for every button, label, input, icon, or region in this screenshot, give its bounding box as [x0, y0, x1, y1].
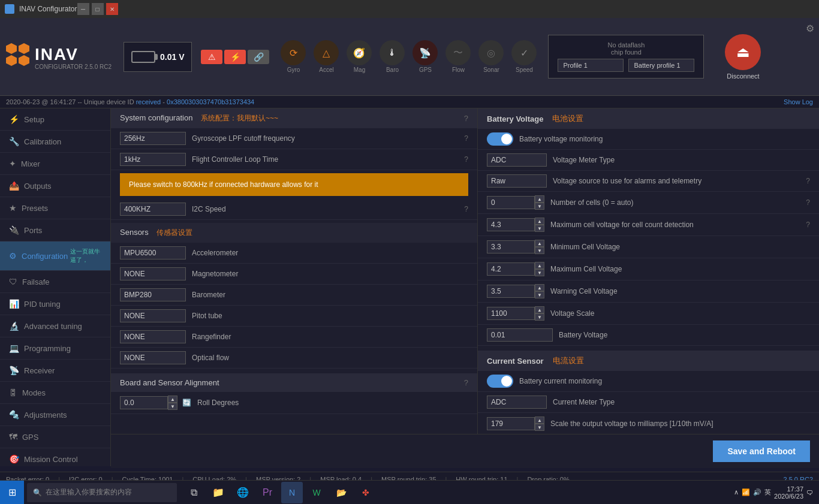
tray-arrow[interactable]: ∧: [734, 488, 739, 496]
lpf-help-icon[interactable]: ?: [464, 134, 468, 143]
presets-label: Presets: [22, 204, 48, 213]
warn-cell-down[interactable]: ▼: [535, 291, 544, 298]
app2-button[interactable]: W: [306, 482, 327, 503]
sidebar-item-setup[interactable]: ⚡ Setup: [0, 108, 110, 131]
voltage-meter-select[interactable]: ADC ESC: [487, 153, 547, 167]
min-cell-down[interactable]: ▼: [535, 247, 544, 254]
disconnect-button[interactable]: ⏏ Disconnect: [725, 34, 761, 80]
settings-gear-icon[interactable]: ⚙: [806, 23, 814, 34]
loop-time-help-icon[interactable]: ?: [464, 155, 468, 164]
pitot-select[interactable]: NONE MS4525 ADC: [120, 309, 186, 322]
max-cell-input[interactable]: [487, 262, 535, 276]
min-cell-up[interactable]: ▲: [535, 240, 544, 247]
sidebar-item-adjustments[interactable]: 🔩 Adjustments: [0, 404, 110, 426]
adjustments-icon: 🔩: [9, 410, 19, 420]
sidebar-item-failsafe[interactable]: 🛡 Failsafe: [0, 271, 110, 293]
sidebar-item-presets[interactable]: ★ Presets: [0, 197, 110, 219]
app3-button[interactable]: 📂: [330, 482, 352, 503]
battery-voltage-input[interactable]: [487, 328, 553, 342]
voltage-scale-input[interactable]: [487, 307, 535, 320]
max-cell-up[interactable]: ▲: [535, 262, 544, 269]
flow-label: Flow: [452, 67, 465, 73]
i2c-help-icon[interactable]: ?: [464, 205, 468, 213]
log-timestamp: 2020-06-23 @ 16:41:27: [6, 98, 76, 105]
sidebar-item-mission-control[interactable]: 🎯 Mission Control: [0, 448, 110, 466]
max-cell-detect-help-icon[interactable]: ?: [806, 221, 810, 229]
scale-output-input[interactable]: [487, 417, 535, 430]
max-cell-detect-down[interactable]: ▼: [535, 225, 544, 232]
programming-label: Programming: [24, 344, 71, 353]
num-cells-up[interactable]: ▲: [535, 195, 544, 203]
show-log-button[interactable]: Show Log: [784, 98, 813, 105]
edge-icon: 🌐: [237, 487, 249, 498]
maximize-button[interactable]: □: [92, 3, 104, 15]
premiere-button[interactable]: Pr: [257, 482, 278, 503]
sidebar-item-mixer[interactable]: ✦ Mixer: [0, 153, 110, 175]
sidebar-item-receiver[interactable]: 📡 Receiver: [0, 360, 110, 382]
sidebar-item-modes[interactable]: 🎛 Modes: [0, 382, 110, 404]
i2c-select[interactable]: 400KHZ 800KHZ: [120, 203, 186, 216]
min-cell-input[interactable]: [487, 240, 535, 253]
battery-voltage-row: Battery Voltage: [478, 325, 819, 346]
roll-up-button[interactable]: ▲: [168, 396, 177, 403]
max-cell-detect-up[interactable]: ▲: [535, 218, 544, 225]
sidebar-item-outputs[interactable]: 📤 Outputs: [0, 175, 110, 197]
voltage-scale-up[interactable]: ▲: [535, 306, 544, 313]
board-alignment-help-icon[interactable]: ?: [464, 378, 468, 387]
barometer-select[interactable]: BMP280 MS5611 NONE: [120, 288, 186, 301]
lpf-row: 256Hz 188Hz 98Hz Gyroscope LPF cutoff fr…: [111, 128, 477, 149]
start-button[interactable]: ⊞: [0, 481, 24, 505]
sidebar-item-advanced-tuning[interactable]: 🔬 Advanced tuning: [0, 315, 110, 337]
rangefinder-select[interactable]: NONE HC-SR04 VL53L0X: [120, 330, 186, 343]
voltage-source-help-icon[interactable]: ?: [806, 177, 810, 185]
scale-output-up[interactable]: ▲: [535, 417, 544, 424]
loop-time-row: 1kHz 2kHz 4kHz 8kHz Flight Controller Lo…: [111, 149, 477, 170]
titlebar-title: INAV Configurator: [19, 5, 77, 13]
num-cells-down[interactable]: ▼: [535, 203, 544, 210]
num-cells-help-icon[interactable]: ?: [806, 198, 810, 207]
sidebar-item-gps[interactable]: 🗺 GPS: [0, 426, 110, 448]
battery-profile-select[interactable]: Battery profile 1 Battery profile 2: [628, 59, 694, 72]
warn-cell-up[interactable]: ▲: [535, 284, 544, 291]
minimize-button[interactable]: ─: [77, 3, 89, 15]
current-meter-select[interactable]: ADC ESC VIRTUAL: [487, 396, 547, 409]
sidebar-item-programming[interactable]: 💻 Programming: [0, 337, 110, 360]
lang-indicator: 英: [764, 488, 771, 497]
sidebar-item-ports[interactable]: 🔌 Ports: [0, 219, 110, 242]
notification-icon[interactable]: 🗨: [806, 489, 813, 496]
sidebar-item-pid-tuning[interactable]: 📊 PID tuning: [0, 293, 110, 315]
app4-button[interactable]: ✤: [355, 482, 377, 503]
magnetometer-select[interactable]: NONE HMC5883L AK8963: [120, 267, 186, 280]
task-view-button[interactable]: ⧉: [183, 482, 204, 503]
edge-button[interactable]: 🌐: [232, 482, 254, 503]
voltage-scale-down[interactable]: ▼: [535, 313, 544, 321]
save-reboot-button[interactable]: Save and Reboot: [713, 440, 810, 462]
warn-cell-input[interactable]: [487, 285, 535, 298]
app1-button[interactable]: N: [281, 482, 303, 503]
system-config-help-icon[interactable]: ?: [464, 114, 468, 123]
disconnect-icon-circle: ⏏: [725, 34, 761, 70]
logo-text: INAV: [35, 45, 79, 64]
lpf-select[interactable]: 256Hz 188Hz 98Hz: [120, 132, 186, 145]
board-alignment-header: Board and Sensor Alignment ?: [111, 373, 477, 392]
profile-select[interactable]: Profile 1 Profile 2 Profile 3: [558, 59, 624, 72]
sidebar-item-configuration[interactable]: ⚙ Configuration 这一页就牛逼了，: [0, 242, 110, 271]
logo: INAV: [6, 43, 79, 66]
loop-time-select[interactable]: 1kHz 2kHz 4kHz 8kHz: [120, 153, 186, 166]
optical-flow-select[interactable]: NONE PMW3901: [120, 351, 186, 364]
current-monitoring-toggle[interactable]: [487, 375, 513, 388]
max-cell-down[interactable]: ▼: [535, 269, 544, 276]
voltage-source-select[interactable]: Raw Calculated: [487, 174, 547, 188]
max-cell-detect-input[interactable]: [487, 218, 535, 231]
roll-input[interactable]: [120, 396, 168, 409]
scale-output-down[interactable]: ▼: [535, 424, 544, 431]
explorer-button[interactable]: 📁: [207, 482, 229, 503]
accelerometer-select[interactable]: MPU6500 MPU9250 NONE: [120, 246, 186, 259]
sidebar-item-calibration[interactable]: 🔧 Calibration: [0, 131, 110, 153]
num-cells-input[interactable]: [487, 196, 535, 209]
search-bar[interactable]: 🔍 在这里输入你要搜索的内容: [27, 483, 177, 502]
battery-monitoring-toggle[interactable]: [487, 132, 513, 146]
accel-icon-circle: △: [314, 40, 339, 65]
close-button[interactable]: ✕: [106, 3, 118, 15]
roll-down-button[interactable]: ▼: [168, 403, 177, 410]
